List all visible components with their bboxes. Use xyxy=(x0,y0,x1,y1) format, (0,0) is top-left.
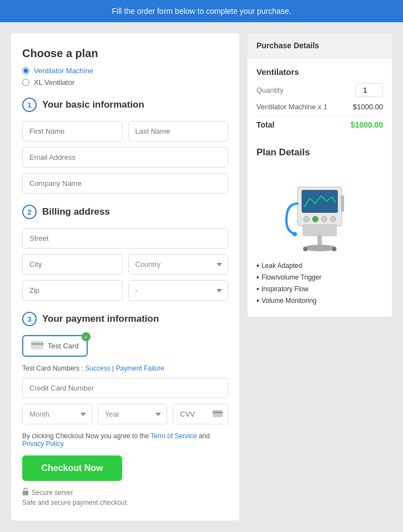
feature-item-1: Flow/volume Trigger xyxy=(256,273,383,282)
svg-point-15 xyxy=(332,247,336,251)
svg-point-9 xyxy=(321,216,327,222)
total-price: $1000.00 xyxy=(351,120,383,129)
city-country-row: Country xyxy=(22,254,228,275)
payment-card-selector: ✓ Test Card xyxy=(22,335,228,357)
company-row xyxy=(22,173,228,194)
section1-title: Your basic information xyxy=(42,99,144,110)
cc-number-input[interactable] xyxy=(22,378,228,398)
terms-and: and xyxy=(199,432,210,440)
month-select[interactable]: Month xyxy=(22,404,92,424)
card-selected-check: ✓ xyxy=(82,332,90,341)
plan-details-section: Plan Details xyxy=(248,138,392,317)
cc-number-row xyxy=(22,378,228,398)
cvv-wrapper xyxy=(173,404,228,424)
choose-plan-title: Choose a plan xyxy=(22,47,228,60)
card-details-row: Month Year xyxy=(22,404,228,424)
plan-label-ventilator: Ventilator Machine xyxy=(34,67,93,75)
test-card-label: Test Card xyxy=(48,342,79,350)
secure-info: Secure server Safe and secure payment ch… xyxy=(22,488,228,506)
item-name: Ventilator Machine x 1 xyxy=(256,103,328,111)
test-card-option[interactable]: ✓ Test Card xyxy=(22,335,88,357)
name-row xyxy=(22,121,228,141)
section2-header: 2 Billing address xyxy=(22,205,228,219)
test-card-info: Test Card Numbers : Success | Payment Fa… xyxy=(22,364,228,372)
svg-point-13 xyxy=(303,245,336,251)
plan-details-title: Plan Details xyxy=(256,147,383,158)
quantity-input[interactable] xyxy=(355,83,383,97)
failure-link[interactable]: Payment Failure xyxy=(116,364,164,372)
feature-item-2: Inspiratory Flow xyxy=(256,285,383,293)
company-input[interactable] xyxy=(22,173,228,194)
section1-header: 1 Your basic information xyxy=(22,98,228,112)
zip-input[interactable] xyxy=(22,280,123,301)
banner-text: Fill the order form below to complete yo… xyxy=(112,7,291,16)
checkout-button[interactable]: Checkout Now xyxy=(22,455,122,481)
first-name-input[interactable] xyxy=(22,121,123,141)
section3-header: 3 Your payment information xyxy=(22,312,228,326)
section1-number: 1 xyxy=(22,98,37,112)
secure-checkout-text: Safe and secure payment checkout. xyxy=(22,499,228,506)
plan-option-xl[interactable]: XL Ventilator xyxy=(22,78,228,87)
total-row: Total $1000.00 xyxy=(256,120,383,129)
svg-rect-11 xyxy=(303,225,336,236)
plan-radio-xl[interactable] xyxy=(22,79,29,86)
svg-rect-2 xyxy=(213,410,223,417)
section3-number: 3 xyxy=(22,312,37,326)
plan-radio-group: Ventilator Machine XL Ventilator xyxy=(22,67,228,87)
svg-point-14 xyxy=(303,247,308,251)
cvv-card-icon xyxy=(213,410,223,419)
svg-point-10 xyxy=(330,216,336,222)
lock-icon xyxy=(22,488,29,497)
terms-service-link[interactable]: Term of Service xyxy=(150,432,197,440)
country-select[interactable]: Country xyxy=(128,254,229,275)
plan-features-list: Leak Adapted Flow/volume Trigger Inspira… xyxy=(256,261,383,305)
main-layout: Choose a plan Ventilator Machine XL Vent… xyxy=(0,22,403,531)
ventilator-image xyxy=(275,165,364,254)
email-input[interactable] xyxy=(22,147,228,168)
svg-point-16 xyxy=(293,232,297,236)
feature-item-0: Leak Adapted xyxy=(256,261,383,270)
total-label: Total xyxy=(256,120,274,129)
section2-number: 2 xyxy=(22,205,37,219)
svg-rect-17 xyxy=(341,195,344,212)
section2-title: Billing address xyxy=(42,206,110,217)
svg-rect-4 xyxy=(23,491,28,495)
privacy-policy-link[interactable]: Privacy Policy xyxy=(22,440,64,448)
secure-server-text: Secure server xyxy=(32,489,73,496)
city-input[interactable] xyxy=(22,254,123,275)
success-link[interactable]: Success xyxy=(85,364,110,372)
card-icon xyxy=(31,341,43,351)
zip-state-row: - xyxy=(22,280,228,301)
secure-server-row: Secure server xyxy=(22,488,228,497)
terms-prefix: By clicking Checkout Now you agree to th… xyxy=(22,432,150,440)
year-select[interactable]: Year xyxy=(98,404,168,424)
item-row: Ventilator Machine x 1 $1000.00 xyxy=(256,103,383,116)
plan-radio-ventilator[interactable] xyxy=(22,67,29,74)
svg-rect-3 xyxy=(213,412,223,413)
purchase-details-body: Ventilators Quantity Ventilator Machine … xyxy=(248,58,392,138)
right-panel: Purchase Details Ventilators Quantity Ve… xyxy=(248,33,392,317)
quantity-row: Quantity xyxy=(256,83,383,97)
product-title: Ventilators xyxy=(256,67,383,77)
purchase-details-header: Purchase Details xyxy=(248,33,392,58)
left-panel: Choose a plan Ventilator Machine XL Vent… xyxy=(11,33,239,520)
street-input[interactable] xyxy=(22,228,228,249)
last-name-input[interactable] xyxy=(128,121,229,141)
test-card-prefix: Test Card Numbers : xyxy=(22,364,85,372)
feature-item-3: Volume Monitoring xyxy=(256,296,383,305)
plan-label-xl: XL Ventilator xyxy=(34,78,74,87)
plan-option-ventilator[interactable]: Ventilator Machine xyxy=(22,67,228,75)
svg-rect-1 xyxy=(31,343,43,345)
svg-point-8 xyxy=(313,216,318,222)
email-row xyxy=(22,147,228,168)
svg-point-7 xyxy=(304,216,309,222)
item-price: $1000.00 xyxy=(353,103,383,111)
quantity-label: Quantity xyxy=(256,86,283,94)
top-banner: Fill the order form below to complete yo… xyxy=(0,0,403,22)
terms-text: By clicking Checkout Now you agree to th… xyxy=(22,432,228,448)
street-row xyxy=(22,228,228,249)
section3-title: Your payment information xyxy=(42,313,159,325)
state-select[interactable]: - xyxy=(128,280,229,301)
